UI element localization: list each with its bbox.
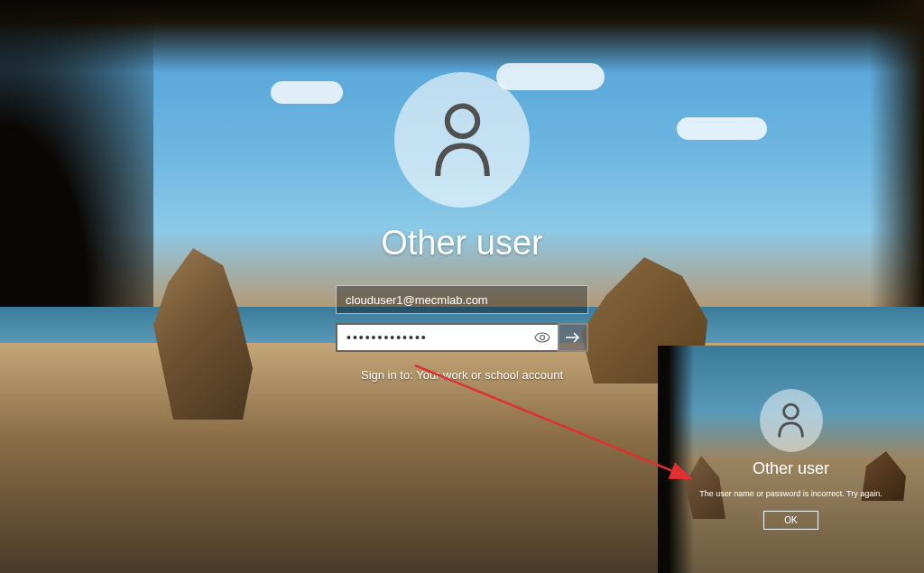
password-input[interactable] [336,323,558,352]
svg-point-2 [784,404,799,419]
ok-button[interactable]: OK [763,511,818,530]
reveal-password-button[interactable] [529,323,556,352]
inset-username-title: Other user [753,459,829,478]
windows-lock-screen: Other user Sign in to: Your work or scho… [0,0,924,573]
user-avatar [394,72,530,208]
cloud [271,81,343,104]
inset-user-avatar [760,389,823,452]
inset-cave-left [658,346,694,573]
eye-icon [534,332,550,343]
signin-hint: Sign in to: Your work or school account [361,368,563,382]
username-input[interactable] [336,285,588,314]
password-row [336,323,588,352]
person-icon [429,102,496,179]
error-message: The user name or password is incorrect. … [699,489,882,498]
svg-point-1 [541,336,545,340]
arrow-right-icon [565,331,581,344]
rock-formation-left [153,248,253,420]
username-row [336,285,588,314]
cloud [677,117,767,140]
svg-point-0 [447,106,476,135]
login-panel: Other user Sign in to: Your work or scho… [336,72,588,382]
username-title: Other user [381,224,543,263]
person-icon [775,402,807,439]
error-inset-screenshot: Other user The user name or password is … [658,346,924,573]
submit-button[interactable] [558,323,588,352]
cave-frame-right [870,0,924,343]
